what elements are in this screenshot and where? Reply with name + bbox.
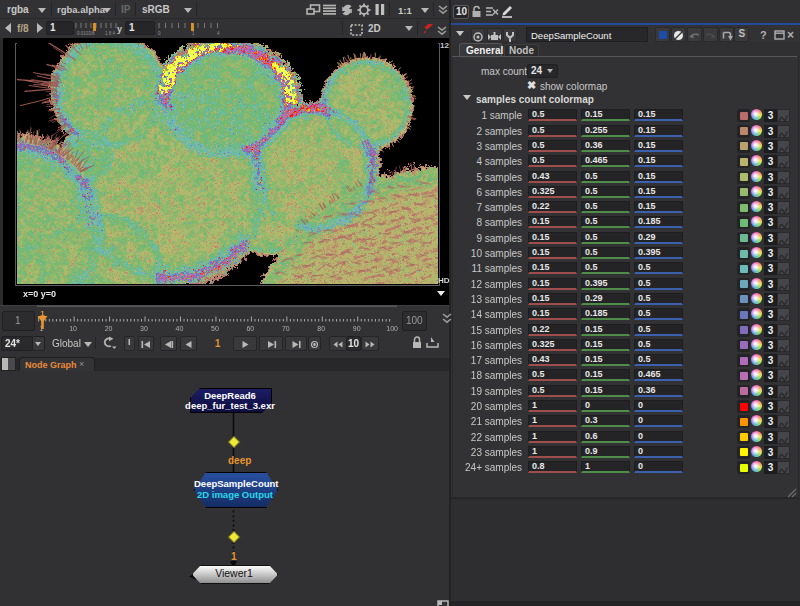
- svg-text:30: 30: [140, 325, 148, 332]
- svg-text:60: 60: [246, 325, 254, 332]
- svg-text:10: 10: [69, 325, 77, 332]
- svg-text:90: 90: [353, 325, 361, 332]
- svg-text:O: O: [312, 341, 317, 348]
- svg-text:1 8 4: 1 8 4: [105, 31, 116, 36]
- svg-text:1: 1: [192, 31, 195, 36]
- svg-text:50: 50: [211, 325, 219, 332]
- svg-text:0: 0: [158, 31, 161, 36]
- svg-text:70: 70: [282, 325, 290, 332]
- svg-text:20: 20: [105, 325, 113, 332]
- svg-text:4: 4: [217, 31, 220, 36]
- svg-text:100: 100: [386, 325, 398, 332]
- svg-text:80: 80: [317, 325, 325, 332]
- svg-text:0.0103/8: 0.0103/8: [77, 31, 95, 36]
- svg-text:40: 40: [176, 325, 184, 332]
